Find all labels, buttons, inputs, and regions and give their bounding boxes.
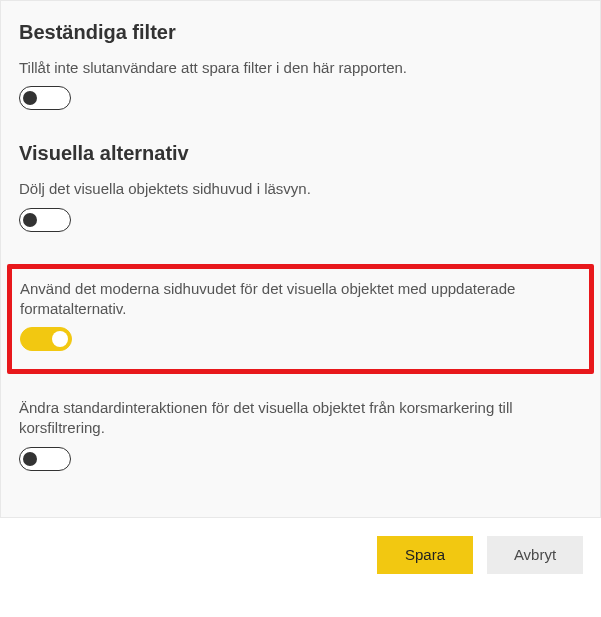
toggle-knob <box>23 452 37 466</box>
toggle-cross-filtering[interactable] <box>19 447 71 471</box>
settings-panel: Beständiga filter Tillåt inte slutanvänd… <box>0 0 601 518</box>
toggle-hide-visual-header[interactable] <box>19 208 71 232</box>
option-desc: Dölj det visuella objektets sidhuvud i l… <box>19 179 582 199</box>
toggle-knob <box>23 91 37 105</box>
option-desc: Använd det moderna sidhuvudet för det vi… <box>20 279 581 320</box>
option-desc: Tillåt inte slutanvändare att spara filt… <box>19 58 582 78</box>
option-hide-visual-header: Dölj det visuella objektets sidhuvud i l… <box>19 179 582 235</box>
save-button[interactable]: Spara <box>377 536 473 574</box>
option-desc: Ändra standardinteraktionen för det visu… <box>19 398 582 439</box>
toggle-knob <box>52 331 68 347</box>
option-disallow-save-filters: Tillåt inte slutanvändare att spara filt… <box>19 58 582 114</box>
visual-options-heading: Visuella alternativ <box>19 142 582 165</box>
toggle-disallow-save-filters[interactable] <box>19 86 71 110</box>
highlighted-option-box: Använd det moderna sidhuvudet för det vi… <box>7 264 594 375</box>
persistent-filters-heading: Beständiga filter <box>19 21 582 44</box>
option-cross-filtering: Ändra standardinteraktionen för det visu… <box>19 398 582 475</box>
option-modern-visual-header: Använd det moderna sidhuvudet för det vi… <box>20 279 581 356</box>
toggle-knob <box>23 213 37 227</box>
cancel-button[interactable]: Avbryt <box>487 536 583 574</box>
dialog-footer: Spara Avbryt <box>0 518 601 580</box>
toggle-modern-visual-header[interactable] <box>20 327 72 351</box>
